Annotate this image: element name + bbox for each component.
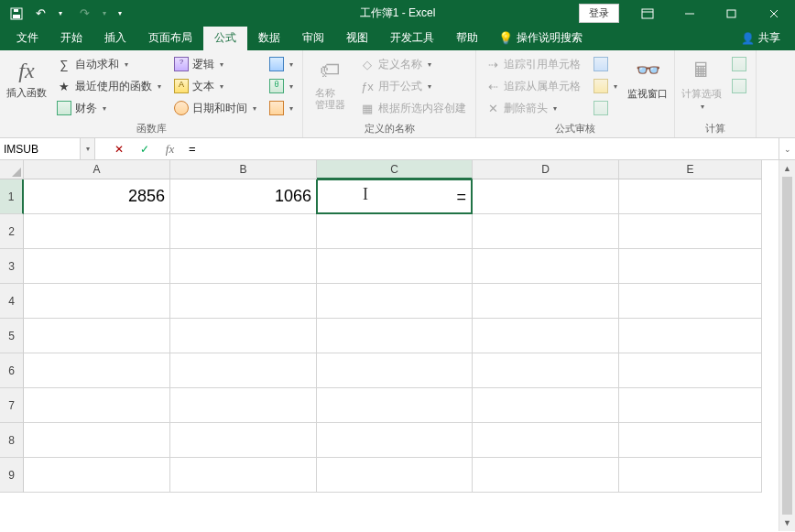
create-from-selection-button[interactable]: ▦根据所选内容创建 xyxy=(356,98,470,118)
cell-D1[interactable] xyxy=(473,179,619,214)
cell-A3[interactable] xyxy=(24,249,170,284)
cell-C1[interactable] xyxy=(317,179,473,214)
financial-button[interactable]: 财务▾ xyxy=(53,98,165,118)
scroll-up-button[interactable]: ▲ xyxy=(779,160,795,177)
cell-B4[interactable] xyxy=(170,284,317,319)
row-header-5[interactable]: 5 xyxy=(0,319,24,353)
cell-C5[interactable] xyxy=(317,319,473,353)
cell-E1[interactable] xyxy=(619,179,762,214)
cell-E4[interactable] xyxy=(619,284,762,319)
cell-D3[interactable] xyxy=(473,249,619,284)
cell-A5[interactable] xyxy=(24,319,170,353)
cell-D9[interactable] xyxy=(473,458,619,493)
show-formulas-button[interactable] xyxy=(590,54,621,74)
select-all-corner[interactable] xyxy=(0,160,24,179)
cell-E2[interactable] xyxy=(619,214,762,249)
calculate-sheet-button[interactable] xyxy=(728,76,750,96)
cancel-formula-button[interactable]: ✕ xyxy=(106,138,132,159)
column-header-D[interactable]: D xyxy=(473,160,619,179)
save-icon[interactable] xyxy=(5,3,27,25)
row-header-4[interactable]: 4 xyxy=(0,284,24,319)
trace-precedents-button[interactable]: ⇢追踪引用单元格 xyxy=(482,54,584,74)
enter-formula-button[interactable]: ✓ xyxy=(132,138,158,159)
tab-layout[interactable]: 页面布局 xyxy=(137,27,203,50)
cell-C9[interactable] xyxy=(317,458,473,493)
tab-home[interactable]: 开始 xyxy=(49,27,93,50)
cell-E8[interactable] xyxy=(619,423,762,458)
name-box-dropdown[interactable]: ▾ xyxy=(81,138,95,159)
maximize-button[interactable] xyxy=(711,0,753,27)
cell-B5[interactable] xyxy=(170,319,317,353)
cell-A8[interactable] xyxy=(24,423,170,458)
formula-bar-input[interactable] xyxy=(183,138,779,159)
name-box[interactable]: IMSUB xyxy=(0,138,81,159)
math-button[interactable]: θ▾ xyxy=(266,76,297,96)
cell-C8[interactable] xyxy=(317,423,473,458)
name-manager-button[interactable]: 🏷 名称 管理器 xyxy=(309,52,351,111)
cell-C6[interactable] xyxy=(317,353,473,388)
cell-E9[interactable] xyxy=(619,458,762,493)
cell-B8[interactable] xyxy=(170,423,317,458)
expand-formula-bar[interactable]: ⌄ xyxy=(779,138,795,159)
row-header-7[interactable]: 7 xyxy=(0,388,24,423)
column-header-B[interactable]: B xyxy=(170,160,317,179)
close-button[interactable] xyxy=(753,0,795,27)
tab-data[interactable]: 数据 xyxy=(247,27,291,50)
tab-file[interactable]: 文件 xyxy=(5,27,49,50)
insert-function-button[interactable]: fx 插入函数 xyxy=(5,52,48,99)
cell-B6[interactable] xyxy=(170,353,317,388)
undo-dropdown[interactable]: ▾ xyxy=(49,3,71,25)
cell-B2[interactable] xyxy=(170,214,317,249)
cell-D6[interactable] xyxy=(473,353,619,388)
cell-E3[interactable] xyxy=(619,249,762,284)
trace-dependents-button[interactable]: ⇠追踪从属单元格 xyxy=(482,76,584,96)
cell-E5[interactable] xyxy=(619,319,762,353)
cell-A9[interactable] xyxy=(24,458,170,493)
cell-A1[interactable]: 2856 xyxy=(24,179,170,214)
cell-B1[interactable]: 1066 xyxy=(170,179,317,214)
minimize-button[interactable] xyxy=(669,0,711,27)
calculation-options-button[interactable]: 🖩 计算选项 ▾ xyxy=(681,52,723,111)
scroll-thumb[interactable] xyxy=(782,177,792,515)
ribbon-display-options[interactable] xyxy=(626,0,669,27)
row-header-2[interactable]: 2 xyxy=(0,214,24,249)
cell-B9[interactable] xyxy=(170,458,317,493)
tab-formulas[interactable]: 公式 xyxy=(203,27,247,50)
calculate-now-button[interactable] xyxy=(728,54,750,74)
qat-customize[interactable]: ▾ xyxy=(114,3,126,25)
tab-review[interactable]: 审阅 xyxy=(291,27,335,50)
row-header-3[interactable]: 3 xyxy=(0,249,24,284)
define-name-button[interactable]: ◇定义名称▾ xyxy=(356,54,470,74)
redo-icon[interactable]: ↷ xyxy=(73,3,95,25)
tab-insert[interactable]: 插入 xyxy=(93,27,137,50)
cell-D7[interactable] xyxy=(473,388,619,423)
tab-developer[interactable]: 开发工具 xyxy=(379,27,445,50)
error-checking-button[interactable]: ▾ xyxy=(590,76,621,96)
evaluate-formula-button[interactable] xyxy=(590,98,621,118)
cell-D8[interactable] xyxy=(473,423,619,458)
cell-D2[interactable] xyxy=(473,214,619,249)
watch-window-button[interactable]: 👓 监视窗口 xyxy=(626,52,669,101)
autosum-button[interactable]: ∑自动求和▾ xyxy=(53,54,165,74)
cell-A4[interactable] xyxy=(24,284,170,319)
scroll-down-button[interactable]: ▼ xyxy=(779,515,795,531)
cell-B3[interactable] xyxy=(170,249,317,284)
cell-E7[interactable] xyxy=(619,388,762,423)
cell-A6[interactable] xyxy=(24,353,170,388)
cell-C2[interactable] xyxy=(317,214,473,249)
undo-icon[interactable]: ↶ xyxy=(29,3,51,25)
row-header-1[interactable]: 1 xyxy=(0,179,24,214)
tab-help[interactable]: 帮助 xyxy=(445,27,489,50)
insert-function-fx-button[interactable]: fx xyxy=(158,138,183,159)
redo-dropdown[interactable]: ▾ xyxy=(93,3,115,25)
more-functions-button[interactable]: ▾ xyxy=(266,98,297,118)
lookup-button[interactable]: ▾ xyxy=(266,54,297,74)
cell-B7[interactable] xyxy=(170,388,317,423)
row-header-8[interactable]: 8 xyxy=(0,423,24,458)
cell-A2[interactable] xyxy=(24,214,170,249)
use-in-formula-button[interactable]: ƒx用于公式▾ xyxy=(356,76,470,96)
logical-button[interactable]: ?逻辑▾ xyxy=(170,54,260,74)
row-header-6[interactable]: 6 xyxy=(0,353,24,388)
cell-E6[interactable] xyxy=(619,353,762,388)
cell-C4[interactable] xyxy=(317,284,473,319)
